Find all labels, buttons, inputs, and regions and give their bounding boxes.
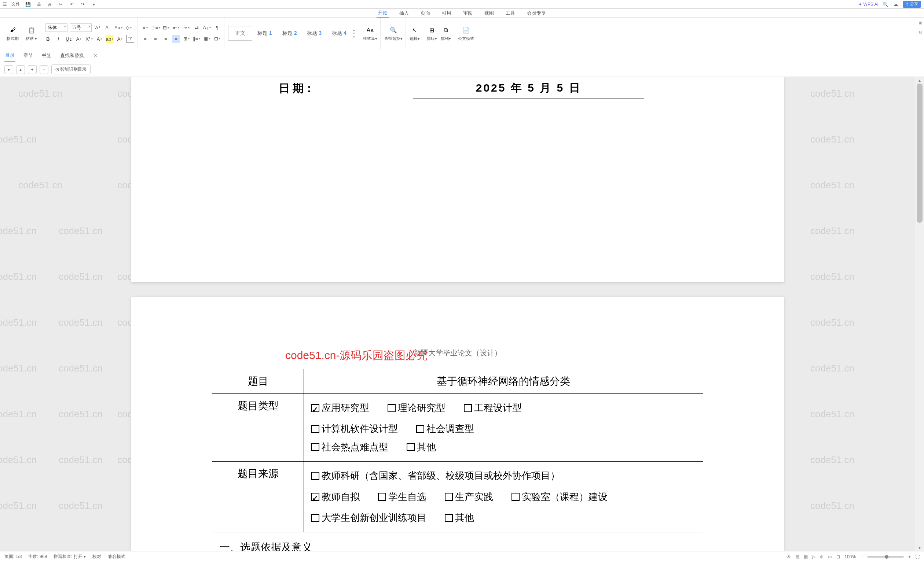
bullets-button[interactable]: ≡ <box>141 24 149 32</box>
scroll-thumb[interactable] <box>916 84 922 223</box>
style-set-button[interactable]: Aᴀ 样式集▾ <box>363 25 377 41</box>
bold-button[interactable]: B <box>44 35 52 43</box>
tab-insert[interactable]: 插入 <box>398 9 410 17</box>
dropdown-icon[interactable]: ▾ <box>91 1 97 8</box>
tab-marker-button[interactable]: ⇄ <box>192 24 201 32</box>
tab-start[interactable]: 开始 <box>376 9 389 18</box>
official-mode-button[interactable]: 📄 公文模式 <box>458 25 474 41</box>
underline-button[interactable]: U <box>64 35 73 43</box>
subtab-toc[interactable]: 目录 <box>4 50 15 61</box>
zoom-value[interactable]: 100% <box>844 554 856 559</box>
redo-icon[interactable]: ↷ <box>80 1 86 8</box>
scroll-track[interactable] <box>915 84 924 544</box>
show-marks-button[interactable]: ¶ <box>213 24 221 32</box>
view-web-icon[interactable]: ⊕ <box>820 554 824 559</box>
tab-page[interactable]: 页面 <box>419 9 432 17</box>
font-color-button[interactable]: A <box>116 35 124 43</box>
view-eye-icon[interactable]: 👁 <box>786 554 791 559</box>
cb-research[interactable]: 教师科研（含国家、省部级、校级项目或校外协作项目） <box>311 467 560 485</box>
subtab-bookmark[interactable]: 书签 <box>41 50 52 61</box>
cb-practice[interactable]: 生产实践 <box>445 488 493 506</box>
status-spellcheck[interactable]: 拼写检查: 打开 ▾ <box>54 554 86 560</box>
strike-button[interactable]: A <box>75 35 83 43</box>
side-item-1[interactable]: ⊞ <box>919 21 922 25</box>
cb-student-self[interactable]: 学生自选 <box>378 488 426 506</box>
format-painter-button[interactable]: 🖌 格式刷 <box>7 25 19 41</box>
side-item-2[interactable]: ⊡ <box>919 30 922 34</box>
borders-button[interactable]: ⊡ <box>213 35 221 43</box>
align-right-button[interactable]: ≡ <box>162 35 170 43</box>
highlight-button[interactable]: ab <box>106 35 114 43</box>
view-outline-icon[interactable]: ▦ <box>804 554 808 559</box>
align-justify-button[interactable]: ≡ <box>172 35 180 43</box>
style-heading3[interactable]: 标题 3 <box>302 26 327 40</box>
font-grow-button[interactable]: A⁺ <box>94 24 102 32</box>
numbering-button[interactable]: ⋮≡ <box>152 24 159 32</box>
view-page-icon[interactable]: ▤ <box>795 554 800 559</box>
zoom-out-button[interactable]: − <box>860 554 863 559</box>
scissors-icon[interactable]: ✂ <box>58 1 64 8</box>
tab-member[interactable]: 会员专享 <box>525 9 548 17</box>
superscript-button[interactable]: X² <box>85 35 93 43</box>
font-size-select[interactable]: 五号 <box>70 24 92 32</box>
undo-icon[interactable]: ↶ <box>69 1 75 8</box>
style-heading2[interactable]: 标题 2 <box>277 26 302 40</box>
shading-button[interactable]: ▦ <box>203 35 211 43</box>
italic-button[interactable]: I <box>54 35 62 43</box>
expand-button[interactable]: ▴ <box>16 65 25 74</box>
find-replace-button[interactable]: 🔍 查找替换▾ <box>384 25 403 41</box>
zoom-in-button[interactable]: + <box>908 554 911 559</box>
view-play-icon[interactable]: ▷ <box>812 554 816 559</box>
cb-hotspot[interactable]: 社会热点难点型 <box>311 438 388 456</box>
cb-other-type[interactable]: 其他 <box>406 438 436 456</box>
line-spacing-button[interactable]: ‖≡ <box>192 35 201 43</box>
cb-engineering[interactable]: 工程设计型 <box>464 399 522 417</box>
view-read-icon[interactable]: ▭ <box>828 554 832 559</box>
sort-button[interactable]: A↓ <box>203 24 211 32</box>
indent-inc-button[interactable]: ⇥ <box>182 24 190 32</box>
scroll-up-icon[interactable]: ▲ <box>915 77 924 84</box>
remove-button[interactable]: − <box>40 65 48 74</box>
align-center-button[interactable]: ≡ <box>152 35 159 43</box>
font-case-button[interactable]: Aa <box>114 24 123 32</box>
hamburger-menu-icon[interactable]: ☰ <box>3 2 7 7</box>
cb-other-source[interactable]: 其他 <box>445 509 474 527</box>
status-page[interactable]: 页面: 1/3 <box>4 554 22 560</box>
zoom-fit-icon[interactable]: ⊡ <box>836 554 840 559</box>
add-button[interactable]: + <box>28 65 37 74</box>
fullscreen-icon[interactable]: ⛶ <box>915 554 920 559</box>
tab-view[interactable]: 视图 <box>483 9 495 17</box>
subscript-button[interactable]: A <box>95 35 104 43</box>
align-left-button[interactable]: ≡ <box>141 35 149 43</box>
status-proofread[interactable]: 校对 <box>92 554 101 560</box>
wps-ai-button[interactable]: ✦ WPS AI <box>858 2 879 7</box>
cb-applied[interactable]: 应用研究型 <box>311 399 369 417</box>
tab-reference[interactable]: 引用 <box>440 9 453 17</box>
arrange-button[interactable]: ⧉ 排列▾ <box>441 25 451 41</box>
document-area[interactable]: code51.cn code51.cn code51.cn code51.cn … <box>0 77 915 551</box>
zoom-slider[interactable] <box>867 556 904 558</box>
scroll-down-icon[interactable]: ▼ <box>915 544 924 551</box>
distribute-button[interactable]: ⊞ <box>182 35 190 43</box>
save-icon[interactable]: 💾 <box>25 1 31 8</box>
indent-dec-button[interactable]: ⇤ <box>172 24 180 32</box>
status-compat[interactable]: 兼容模式 <box>108 554 125 560</box>
font-shrink-button[interactable]: A⁻ <box>104 24 112 32</box>
style-scroll[interactable]: ▴▾▾ <box>352 28 356 39</box>
clear-format-button[interactable]: ◇ <box>124 24 133 32</box>
cb-software[interactable]: 计算机软件设计型 <box>311 420 398 438</box>
style-body-text[interactable]: 正文 <box>228 26 252 41</box>
cloud-icon[interactable]: ☁ <box>892 1 899 8</box>
subtab-close-icon[interactable]: ✕ <box>93 53 98 58</box>
share-button[interactable]: ⇪ 分享 <box>903 1 921 8</box>
cb-theory[interactable]: 理论研究型 <box>388 399 446 417</box>
cb-survey[interactable]: 社会调查型 <box>416 420 474 438</box>
search-icon[interactable]: 🔍 <box>882 1 889 8</box>
smart-toc-button[interactable]: ◷ 智能识别目录 <box>51 64 91 75</box>
print-icon[interactable]: 🖶 <box>36 1 42 8</box>
file-menu[interactable]: 文件 <box>11 1 20 7</box>
paste-button[interactable]: 📋 粘贴 ▾ <box>26 25 37 41</box>
style-heading4[interactable]: 标题 4 <box>327 26 352 40</box>
subtab-chapter[interactable]: 章节 <box>23 50 34 61</box>
tab-review[interactable]: 审阅 <box>462 9 474 17</box>
